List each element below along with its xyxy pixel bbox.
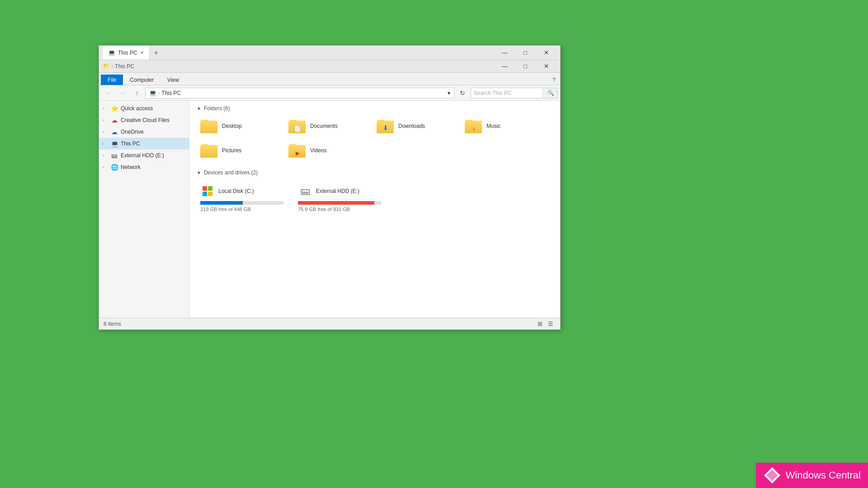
tab-file[interactable]: File bbox=[101, 75, 123, 85]
creative-cloud-icon: ☁ bbox=[111, 117, 118, 124]
folder-desktop[interactable]: Desktop bbox=[197, 116, 280, 136]
refresh-button[interactable]: ↻ bbox=[456, 87, 469, 99]
address-icon: 💻 bbox=[149, 89, 156, 96]
watermark: Windows Central bbox=[756, 463, 868, 488]
new-tab-button[interactable]: + bbox=[150, 49, 163, 57]
chevron-icon: › bbox=[103, 141, 108, 146]
folder-music-label: Music bbox=[486, 123, 500, 129]
folder-downloads-icon: ⬇ bbox=[377, 119, 395, 133]
folders-grid: Desktop 📄 Documents ⬇ bbox=[197, 116, 553, 160]
drive-external-e[interactable]: 🖴 External HDD (E:) 75.9 GB free of 931 … bbox=[294, 180, 385, 216]
tab-view[interactable]: View bbox=[160, 75, 186, 85]
drives-section-label: Devices and drives (2) bbox=[204, 169, 258, 176]
drive-local-c-info: Local Disk (C:) bbox=[218, 188, 254, 194]
minimize-button[interactable]: — bbox=[494, 46, 515, 60]
windows-central-logo bbox=[763, 466, 781, 484]
address-bar[interactable]: 💻 › This PC ▾ bbox=[145, 88, 454, 99]
forward-button[interactable]: → bbox=[116, 87, 129, 99]
address-sep: › bbox=[158, 90, 160, 95]
folder-videos-label: Videos bbox=[310, 147, 326, 154]
sidebar-item-external-hdd[interactable]: › 🖴 External HDD (E:) bbox=[99, 150, 189, 161]
folder-pictures[interactable]: Pictures bbox=[197, 141, 280, 160]
onedrive-icon: ☁ bbox=[111, 128, 118, 136]
drive-local-c-name: Local Disk (C:) bbox=[218, 188, 254, 194]
ribbon-title-bar: 📁 › This PC — □ ✕ bbox=[99, 60, 560, 73]
sidebar-item-creative-cloud[interactable]: › ☁ Creative Cloud Files bbox=[99, 114, 189, 126]
drive-local-c-bar bbox=[200, 201, 243, 205]
title-controls: — □ ✕ bbox=[494, 46, 557, 60]
sidebar-label-onedrive: OneDrive bbox=[121, 129, 144, 135]
folder-pictures-label: Pictures bbox=[222, 147, 241, 154]
tab-icon: 💻 bbox=[108, 49, 115, 56]
title-bar: 💻 This PC ✕ + — □ ✕ bbox=[99, 46, 560, 60]
address-path: This PC bbox=[161, 90, 181, 96]
sidebar-label-network: Network bbox=[121, 164, 141, 170]
search-bar[interactable]: Search This PC bbox=[471, 88, 543, 99]
navigation-bar: ← → ↑ 💻 › This PC ▾ ↻ Search This PC 🔍 bbox=[99, 85, 560, 101]
drive-external-e-bar-container bbox=[298, 201, 381, 205]
ribbon-minimize-button[interactable]: — bbox=[494, 59, 515, 74]
tab-computer[interactable]: Computer bbox=[123, 75, 160, 85]
drive-local-c-bar-container bbox=[200, 201, 283, 205]
ribbon-controls: — □ ✕ bbox=[494, 59, 557, 74]
folder-documents[interactable]: 📄 Documents bbox=[285, 116, 368, 136]
folders-collapse-arrow[interactable]: ▼ bbox=[197, 106, 201, 111]
ribbon-maximize-button[interactable]: □ bbox=[515, 59, 536, 74]
main-content: › ⭐ Quick access › ☁ Creative Cloud File… bbox=[99, 101, 560, 318]
back-button[interactable]: ← bbox=[102, 87, 114, 99]
help-button[interactable]: ? bbox=[548, 75, 560, 85]
maximize-button[interactable]: □ bbox=[515, 46, 536, 60]
explorer-tab[interactable]: 💻 This PC ✕ bbox=[103, 46, 150, 60]
up-button[interactable]: ↑ bbox=[131, 87, 143, 99]
close-button[interactable]: ✕ bbox=[536, 46, 557, 60]
drive-external-e-space: 75.9 GB free of 931 GB bbox=[298, 206, 381, 212]
drive-external-e-header: 🖴 External HDD (E:) bbox=[298, 184, 381, 198]
drive-external-e-bar bbox=[298, 201, 374, 205]
list-view-button[interactable]: ☰ bbox=[546, 319, 556, 329]
drives-collapse-arrow[interactable]: ▼ bbox=[197, 170, 201, 175]
chevron-icon: › bbox=[103, 130, 108, 134]
folder-music[interactable]: ♪ Music bbox=[461, 116, 545, 136]
drive-local-c[interactable]: Local Disk (C:) 219 GB free of 446 GB bbox=[197, 180, 287, 216]
sidebar-item-network[interactable]: › 🌐 Network bbox=[99, 161, 189, 173]
sidebar-item-onedrive[interactable]: › ☁ OneDrive bbox=[99, 126, 189, 138]
drives-section-header: ▼ Devices and drives (2) bbox=[197, 169, 553, 176]
this-pc-icon: 💻 bbox=[111, 140, 118, 147]
sidebar-label-creative-cloud: Creative Cloud Files bbox=[121, 117, 170, 123]
search-placeholder: Search This PC bbox=[474, 90, 512, 96]
folder-downloads[interactable]: ⬇ Downloads bbox=[373, 116, 457, 136]
sidebar-item-this-pc[interactable]: › 💻 This PC bbox=[99, 138, 189, 150]
drives-grid: Local Disk (C:) 219 GB free of 446 GB 🖴 bbox=[197, 180, 553, 216]
music-symbol: ♪ bbox=[472, 125, 476, 132]
ribbon-tabs: File Computer View ? bbox=[99, 73, 560, 85]
details-view-button[interactable]: ⊞ bbox=[535, 319, 545, 329]
tab-bar: 💻 This PC ✕ + bbox=[103, 46, 163, 60]
videos-symbol: ▶ bbox=[296, 150, 300, 156]
folder-desktop-label: Desktop bbox=[222, 123, 242, 129]
folder-documents-icon: 📄 bbox=[288, 119, 307, 133]
network-icon: 🌐 bbox=[111, 164, 118, 171]
folder-videos[interactable]: ▶ Videos bbox=[285, 141, 368, 160]
chevron-icon: › bbox=[103, 153, 108, 158]
folder-downloads-label: Downloads bbox=[398, 123, 425, 129]
sidebar-label-quick-access: Quick access bbox=[121, 105, 153, 112]
documents-symbol: 📄 bbox=[294, 125, 301, 132]
watermark-text: Windows Central bbox=[786, 469, 861, 481]
sidebar-label-external-hdd: External HDD (E:) bbox=[121, 152, 164, 159]
tab-close-button[interactable]: ✕ bbox=[140, 50, 144, 55]
status-bar: 8 items ⊞ ☰ bbox=[99, 318, 560, 329]
external-hdd-icon: 🖴 bbox=[111, 152, 118, 159]
chevron-icon: › bbox=[103, 106, 108, 111]
address-dropdown[interactable]: ▾ bbox=[448, 90, 450, 96]
folder-documents-label: Documents bbox=[310, 123, 338, 129]
quick-access-icon: ⭐ bbox=[111, 105, 118, 112]
ribbon-breadcrumb-path: This PC bbox=[115, 63, 134, 70]
sidebar-item-quick-access[interactable]: › ⭐ Quick access bbox=[99, 103, 189, 114]
search-button[interactable]: 🔍 bbox=[545, 88, 557, 99]
folder-music-icon: ♪ bbox=[465, 119, 483, 133]
downloads-symbol: ⬇ bbox=[383, 124, 388, 131]
ribbon-close-button[interactable]: ✕ bbox=[536, 59, 557, 74]
folders-section-label: Folders (6) bbox=[204, 105, 230, 112]
file-area: ▼ Folders (6) Desktop � bbox=[189, 101, 560, 318]
folder-videos-icon: ▶ bbox=[288, 143, 307, 158]
